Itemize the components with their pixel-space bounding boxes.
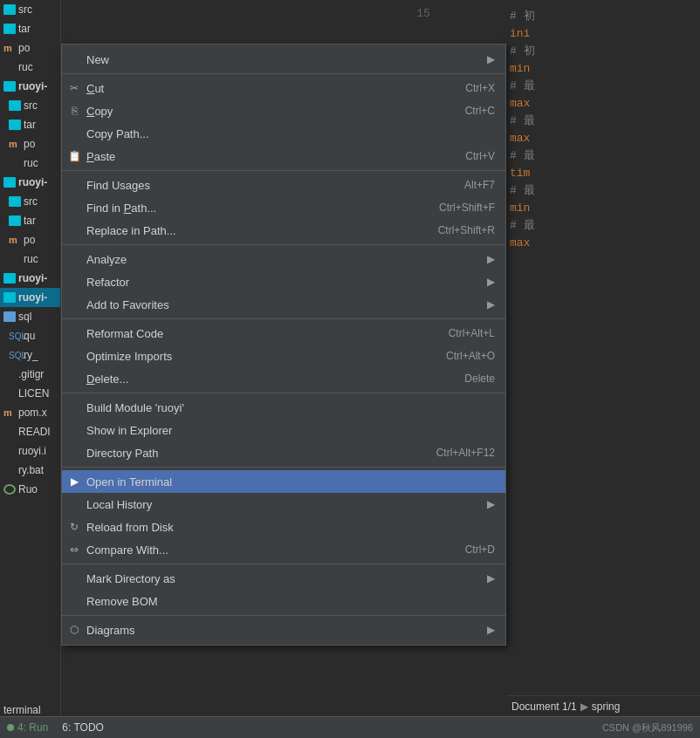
- tree-item-ry[interactable]: SQL ry_: [0, 345, 60, 365]
- menu-item-reformat-code-label: Reformat Code: [86, 327, 431, 340]
- menu-item-refactor[interactable]: Refactor ▶: [62, 270, 505, 293]
- menu-item-open-in-terminal[interactable]: ▶ Open in Terminal: [62, 470, 505, 493]
- menu-item-delete-shortcut: Delete: [464, 372, 495, 385]
- copy-icon: ⎘: [67, 104, 81, 118]
- code-comment-1: # 初: [510, 8, 535, 24]
- code-line-6: max: [510, 94, 697, 112]
- tree-item-src3[interactable]: src: [0, 192, 60, 211]
- code-comment-4: # 最: [510, 113, 535, 128]
- menu-item-cut-label: Cut: [86, 82, 448, 95]
- menu-item-replace-in-path[interactable]: Replace in Path... Ctrl+Shift+R: [62, 219, 505, 242]
- menu-item-replace-in-path-shortcut: Ctrl+Shift+R: [438, 224, 495, 236]
- tree-item-tar1[interactable]: tar: [0, 19, 60, 38]
- tree-item-ruc3[interactable]: ruc: [0, 249, 60, 269]
- status-run[interactable]: 4: Run: [7, 721, 48, 734]
- tree-item-qu[interactable]: SQL qu: [0, 326, 60, 345]
- scissors-icon: ✂: [67, 81, 81, 95]
- menu-item-delete[interactable]: Delete... Delete: [62, 367, 505, 390]
- menu-item-local-history[interactable]: Local History ▶: [62, 493, 505, 516]
- menu-item-add-to-favorites[interactable]: Add to Favorites ▶: [62, 293, 505, 316]
- menu-item-copy-path[interactable]: Copy Path...: [62, 122, 505, 145]
- menu-item-directory-path-shortcut: Ctrl+Alt+F12: [436, 447, 495, 459]
- menu-item-copy-shortcut: Ctrl+C: [465, 105, 495, 117]
- menu-item-reformat-code[interactable]: Reformat Code Ctrl+Alt+L: [62, 322, 505, 345]
- menu-item-add-to-favorites-label: Add to Favorites: [86, 298, 480, 311]
- tree-item-po1[interactable]: m po: [0, 38, 60, 58]
- menu-item-directory-path[interactable]: Directory Path Ctrl+Alt+F12: [62, 441, 505, 464]
- menu-item-optimize-imports-shortcut: Ctrl+Alt+O: [446, 350, 495, 362]
- breadcrumb-path: spring: [592, 700, 621, 713]
- reload-icon: ↻: [67, 520, 81, 534]
- terminal-label: terminal: [3, 704, 41, 716]
- diagram-icon: ⬡: [67, 623, 81, 637]
- tree-item-src1[interactable]: src: [0, 0, 60, 19]
- menu-item-compare-with-label: Compare With...: [86, 543, 448, 557]
- menu-item-compare-with[interactable]: ⇔ Compare With... Ctrl+D: [62, 538, 505, 561]
- menu-item-build-module[interactable]: Build Module 'ruoyi': [62, 396, 505, 419]
- menu-item-paste[interactable]: 📋 Paste Ctrl+V: [62, 145, 505, 167]
- tree-item-po2[interactable]: m po: [0, 134, 60, 154]
- breadcrumb-bar: Document 1/1 ▶ spring: [506, 695, 700, 716]
- menu-item-find-usages-shortcut: Alt+F7: [464, 179, 495, 191]
- menu-item-remove-bom[interactable]: Remove BOM: [62, 590, 505, 612]
- menu-item-analyze[interactable]: Analyze ▶: [62, 248, 505, 270]
- menu-item-open-in-terminal-label: Open in Terminal: [86, 475, 495, 489]
- menu-item-add-to-favorites-arrow: ▶: [487, 298, 495, 311]
- code-line-9: # 最: [510, 147, 697, 164]
- tree-item-gitigr[interactable]: .gitigr: [0, 365, 60, 384]
- tree-item-ruc2[interactable]: ruc: [0, 154, 60, 173]
- code-line-12: min: [510, 199, 697, 216]
- tree-item-ruoyi1[interactable]: ruoyi-: [0, 77, 60, 96]
- code-keyword-4: max: [510, 132, 530, 145]
- tree-item-po3[interactable]: m po: [0, 230, 60, 249]
- tree-item-ruoyi2[interactable]: ruoyi-: [0, 173, 60, 192]
- menu-item-build-module-label: Build Module 'ruoyi': [86, 401, 495, 414]
- code-line-7: # 最: [510, 112, 697, 129]
- tree-item-licen[interactable]: LICEN: [0, 384, 60, 403]
- context-menu: New ▶ ✂ Cut Ctrl+X ⎘ Copy Ctrl+C Copy Pa…: [61, 44, 506, 646]
- tree-item-ruoyii[interactable]: ruoyi.i: [0, 441, 60, 461]
- file-tree: src tar m po ruc ruoyi- src tar m po ruc…: [0, 0, 61, 738]
- tree-item-tar3[interactable]: tar: [0, 211, 60, 230]
- status-todo-label: 6: TODO: [62, 721, 104, 734]
- menu-item-reload-from-disk[interactable]: ↻ Reload from Disk: [62, 516, 505, 538]
- tree-item-sql[interactable]: sql: [0, 307, 60, 326]
- tree-item-src2[interactable]: src: [0, 96, 60, 115]
- menu-item-delete-label: Delete...: [86, 372, 447, 386]
- menu-item-copy-label: Copy: [86, 105, 448, 118]
- tree-item-ruoyi3[interactable]: ruoyi-: [0, 269, 60, 288]
- menu-item-directory-path-label: Directory Path: [86, 447, 419, 460]
- run-icon: [7, 724, 14, 731]
- code-keyword-5: tim: [510, 167, 530, 180]
- tree-item-readi[interactable]: READI: [0, 422, 60, 441]
- menu-item-replace-in-path-label: Replace in Path...: [86, 224, 421, 237]
- menu-item-find-in-path-label: Find in Path...: [86, 202, 422, 215]
- code-comment-5: # 最: [510, 147, 535, 163]
- menu-item-mark-directory[interactable]: Mark Directory as ▶: [62, 567, 505, 590]
- menu-item-find-usages[interactable]: Find Usages Alt+F7: [62, 174, 505, 196]
- menu-separator-3: [62, 244, 505, 245]
- menu-item-cut[interactable]: ✂ Cut Ctrl+X: [62, 77, 505, 99]
- menu-item-local-history-label: Local History: [86, 498, 480, 511]
- menu-item-find-in-path[interactable]: Find in Path... Ctrl+Shift+F: [62, 196, 505, 219]
- menu-item-analyze-label: Analyze: [86, 253, 480, 266]
- menu-item-copy[interactable]: ⎘ Copy Ctrl+C: [62, 99, 505, 122]
- tree-item-ruc1[interactable]: ruc: [0, 58, 60, 77]
- menu-item-mark-directory-arrow: ▶: [487, 572, 495, 584]
- tree-item-ruo[interactable]: Ruo: [0, 480, 60, 499]
- code-line-10: tim: [510, 164, 697, 181]
- menu-item-new[interactable]: New ▶: [62, 48, 505, 71]
- code-keyword-7: max: [510, 236, 530, 249]
- tree-item-ruoyi4[interactable]: ruoyi-: [0, 288, 60, 307]
- menu-item-paste-label: Paste: [86, 150, 448, 163]
- menu-item-show-in-explorer[interactable]: Show in Explorer: [62, 419, 505, 441]
- menu-item-diagrams[interactable]: ⬡ Diagrams ▶: [62, 618, 505, 641]
- menu-separator-6: [62, 467, 505, 468]
- tree-item-tar2[interactable]: tar: [0, 115, 60, 134]
- menu-separator-1: [62, 73, 505, 74]
- menu-item-analyze-arrow: ▶: [487, 253, 495, 265]
- menu-item-optimize-imports[interactable]: Optimize Imports Ctrl+Alt+O: [62, 345, 505, 367]
- tree-item-pomx[interactable]: m pom.x: [0, 403, 60, 422]
- menu-separator-2: [62, 170, 505, 171]
- tree-item-rybat[interactable]: ry.bat: [0, 461, 60, 480]
